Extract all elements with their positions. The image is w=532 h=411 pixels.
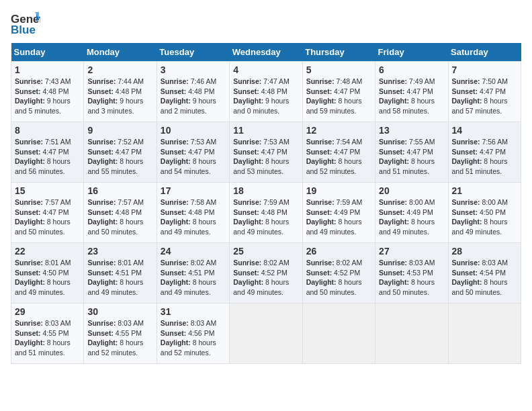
cell-info: Sunrise: 7:59 AMSunset: 4:48 PMDaylight:…	[233, 197, 298, 237]
day-number: 9	[87, 125, 152, 136]
header-day-friday: Friday	[375, 43, 448, 62]
calendar-day-22: 22Sunrise: 8:01 AMSunset: 4:50 PMDayligh…	[11, 243, 84, 304]
calendar-header-row: SundayMondayTuesdayWednesdayThursdayFrid…	[11, 43, 521, 62]
calendar-day-21: 21Sunrise: 8:00 AMSunset: 4:50 PMDayligh…	[448, 183, 521, 243]
day-number: 25	[233, 246, 298, 257]
cell-info: Sunrise: 8:00 AMSunset: 4:49 PMDaylight:…	[379, 197, 444, 237]
calendar-day-3: 3Sunrise: 7:46 AMSunset: 4:48 PMDaylight…	[157, 62, 229, 122]
cell-info: Sunrise: 8:02 AMSunset: 4:52 PMDaylight:…	[306, 258, 371, 298]
cell-info: Sunrise: 7:53 AMSunset: 4:47 PMDaylight:…	[233, 137, 298, 177]
cell-info: Sunrise: 8:03 AMSunset: 4:54 PMDaylight:…	[452, 258, 517, 298]
empty-cell	[448, 304, 521, 364]
calendar-day-16: 16Sunrise: 7:57 AMSunset: 4:48 PMDayligh…	[84, 183, 157, 243]
page-header: General Blue	[11, 11, 521, 36]
logo-svg: General Blue	[11, 11, 40, 36]
header-day-monday: Monday	[84, 43, 157, 62]
calendar-day-10: 10Sunrise: 7:53 AMSunset: 4:47 PMDayligh…	[157, 122, 229, 183]
calendar-day-20: 20Sunrise: 8:00 AMSunset: 4:49 PMDayligh…	[375, 183, 448, 243]
calendar-day-30: 30Sunrise: 8:03 AMSunset: 4:55 PMDayligh…	[84, 304, 157, 364]
calendar-day-28: 28Sunrise: 8:03 AMSunset: 4:54 PMDayligh…	[448, 243, 521, 304]
cell-info: Sunrise: 7:46 AMSunset: 4:48 PMDaylight:…	[161, 77, 226, 116]
day-number: 6	[379, 64, 444, 75]
cell-info: Sunrise: 7:47 AMSunset: 4:48 PMDaylight:…	[233, 77, 298, 116]
day-number: 19	[306, 185, 371, 196]
calendar-day-12: 12Sunrise: 7:54 AMSunset: 4:47 PMDayligh…	[302, 122, 375, 183]
cell-info: Sunrise: 7:48 AMSunset: 4:47 PMDaylight:…	[306, 77, 371, 116]
calendar-day-27: 27Sunrise: 8:03 AMSunset: 4:53 PMDayligh…	[375, 243, 448, 304]
cell-info: Sunrise: 7:57 AMSunset: 4:48 PMDaylight:…	[87, 197, 152, 237]
calendar-day-14: 14Sunrise: 7:56 AMSunset: 4:47 PMDayligh…	[448, 122, 521, 183]
cell-info: Sunrise: 7:44 AMSunset: 4:48 PMDaylight:…	[87, 77, 152, 116]
day-number: 24	[161, 246, 226, 257]
calendar-day-31: 31Sunrise: 8:03 AMSunset: 4:56 PMDayligh…	[157, 304, 229, 364]
cell-info: Sunrise: 8:00 AMSunset: 4:50 PMDaylight:…	[452, 197, 517, 237]
header-day-sunday: Sunday	[11, 43, 84, 62]
calendar-day-19: 19Sunrise: 7:59 AMSunset: 4:49 PMDayligh…	[302, 183, 375, 243]
cell-info: Sunrise: 8:03 AMSunset: 4:56 PMDaylight:…	[161, 318, 226, 358]
cell-info: Sunrise: 8:03 AMSunset: 4:55 PMDaylight:…	[87, 318, 152, 358]
day-number: 23	[87, 246, 152, 257]
day-number: 13	[379, 125, 444, 136]
calendar-day-11: 11Sunrise: 7:53 AMSunset: 4:47 PMDayligh…	[230, 122, 302, 183]
cell-info: Sunrise: 7:52 AMSunset: 4:47 PMDaylight:…	[87, 137, 152, 177]
calendar-day-5: 5Sunrise: 7:48 AMSunset: 4:47 PMDaylight…	[302, 62, 375, 122]
calendar-day-24: 24Sunrise: 8:02 AMSunset: 4:51 PMDayligh…	[157, 243, 229, 304]
cell-info: Sunrise: 7:59 AMSunset: 4:49 PMDaylight:…	[306, 197, 371, 237]
header-day-wednesday: Wednesday	[230, 43, 302, 62]
day-number: 22	[15, 246, 80, 257]
calendar-table: SundayMondayTuesdayWednesdayThursdayFrid…	[11, 43, 521, 364]
header-day-saturday: Saturday	[448, 43, 521, 62]
cell-info: Sunrise: 8:02 AMSunset: 4:51 PMDaylight:…	[161, 258, 226, 298]
day-number: 7	[452, 64, 517, 75]
cell-info: Sunrise: 8:01 AMSunset: 4:50 PMDaylight:…	[15, 258, 80, 298]
calendar-day-13: 13Sunrise: 7:55 AMSunset: 4:47 PMDayligh…	[375, 122, 448, 183]
cell-info: Sunrise: 7:49 AMSunset: 4:47 PMDaylight:…	[379, 77, 444, 116]
day-number: 14	[452, 125, 517, 136]
day-number: 4	[233, 64, 298, 75]
calendar-day-1: 1Sunrise: 7:43 AMSunset: 4:48 PMDaylight…	[11, 62, 84, 122]
calendar-day-8: 8Sunrise: 7:51 AMSunset: 4:47 PMDaylight…	[11, 122, 84, 183]
cell-info: Sunrise: 7:56 AMSunset: 4:47 PMDaylight:…	[452, 137, 517, 177]
day-number: 27	[379, 246, 444, 257]
calendar-day-4: 4Sunrise: 7:47 AMSunset: 4:48 PMDaylight…	[230, 62, 302, 122]
cell-info: Sunrise: 7:51 AMSunset: 4:47 PMDaylight:…	[15, 137, 80, 177]
calendar-week-4: 22Sunrise: 8:01 AMSunset: 4:50 PMDayligh…	[11, 243, 521, 304]
svg-text:Blue: Blue	[11, 24, 36, 36]
cell-info: Sunrise: 8:03 AMSunset: 4:53 PMDaylight:…	[379, 258, 444, 298]
day-number: 28	[452, 246, 517, 257]
cell-info: Sunrise: 7:58 AMSunset: 4:48 PMDaylight:…	[161, 197, 226, 237]
day-number: 29	[15, 306, 80, 317]
header-day-tuesday: Tuesday	[157, 43, 229, 62]
day-number: 16	[87, 185, 152, 196]
cell-info: Sunrise: 7:43 AMSunset: 4:48 PMDaylight:…	[15, 77, 80, 116]
empty-cell	[230, 304, 302, 364]
calendar-week-1: 1Sunrise: 7:43 AMSunset: 4:48 PMDaylight…	[11, 62, 521, 122]
day-number: 10	[161, 125, 226, 136]
cell-info: Sunrise: 7:54 AMSunset: 4:47 PMDaylight:…	[306, 137, 371, 177]
cell-info: Sunrise: 8:01 AMSunset: 4:51 PMDaylight:…	[87, 258, 152, 298]
calendar-day-23: 23Sunrise: 8:01 AMSunset: 4:51 PMDayligh…	[84, 243, 157, 304]
calendar-day-26: 26Sunrise: 8:02 AMSunset: 4:52 PMDayligh…	[302, 243, 375, 304]
day-number: 30	[87, 306, 152, 317]
header-day-thursday: Thursday	[302, 43, 375, 62]
day-number: 1	[15, 64, 80, 75]
calendar-day-15: 15Sunrise: 7:57 AMSunset: 4:47 PMDayligh…	[11, 183, 84, 243]
cell-info: Sunrise: 7:57 AMSunset: 4:47 PMDaylight:…	[15, 197, 80, 237]
day-number: 26	[306, 246, 371, 257]
logo: General Blue	[11, 11, 43, 36]
calendar-week-2: 8Sunrise: 7:51 AMSunset: 4:47 PMDaylight…	[11, 122, 521, 183]
calendar-day-29: 29Sunrise: 8:03 AMSunset: 4:55 PMDayligh…	[11, 304, 84, 364]
day-number: 11	[233, 125, 298, 136]
day-number: 21	[452, 185, 517, 196]
empty-cell	[302, 304, 375, 364]
day-number: 20	[379, 185, 444, 196]
calendar-week-5: 29Sunrise: 8:03 AMSunset: 4:55 PMDayligh…	[11, 304, 521, 364]
cell-info: Sunrise: 7:50 AMSunset: 4:47 PMDaylight:…	[452, 77, 517, 116]
day-number: 8	[15, 125, 80, 136]
day-number: 31	[161, 306, 226, 317]
cell-info: Sunrise: 8:02 AMSunset: 4:52 PMDaylight:…	[233, 258, 298, 298]
cell-info: Sunrise: 7:55 AMSunset: 4:47 PMDaylight:…	[379, 137, 444, 177]
day-number: 15	[15, 185, 80, 196]
calendar-day-25: 25Sunrise: 8:02 AMSunset: 4:52 PMDayligh…	[230, 243, 302, 304]
calendar-day-7: 7Sunrise: 7:50 AMSunset: 4:47 PMDaylight…	[448, 62, 521, 122]
